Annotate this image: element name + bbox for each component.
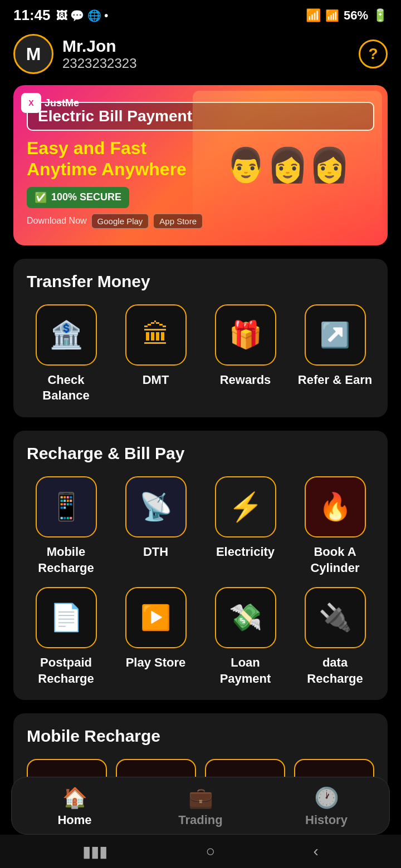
battery-text: 56% (344, 8, 368, 23)
electricity-icon-box: ⚡ (215, 476, 276, 537)
recharge-row1: 📱 Mobile Recharge 📡 DTH ⚡ Electricity 🔥 … (27, 476, 374, 576)
download-label: Download Now (27, 216, 87, 226)
mobile-recharge-section-title: Mobile Recharge (27, 727, 374, 746)
android-home-button[interactable]: ○ (206, 842, 215, 860)
user-info: M Mr.Jon 2323232323 (13, 34, 136, 74)
banner-logo: X JustMe (21, 93, 79, 113)
help-button[interactable]: ? (359, 40, 388, 68)
history-nav-label: History (305, 813, 348, 827)
electricity-item[interactable]: ⚡ Electricity (206, 476, 285, 576)
history-nav-icon: 🕐 (314, 786, 339, 810)
wifi-icon: 📶 (306, 8, 321, 23)
rewards-icon: 🎁 (229, 319, 262, 351)
android-back-button[interactable]: ‹ (314, 842, 319, 860)
header: M Mr.Jon 2323232323 ? (0, 28, 401, 85)
app-store-badge[interactable]: App Store (153, 214, 203, 229)
secure-text: 100% SECURE (51, 191, 121, 203)
user-phone: 2323232323 (62, 56, 136, 71)
dmt-icon-box: 🏛 (125, 304, 187, 366)
book-cylinder-icon: 🔥 (319, 491, 352, 522)
dth-icon-box: 📡 (125, 476, 187, 537)
check-icon: ✅ (35, 191, 47, 204)
dmt-icon: 🏛 (143, 319, 169, 350)
postpaid-recharge-item[interactable]: 📄 Postpaid Recharge (27, 587, 105, 687)
recharge-bill-title: Recharge & Bill Pay (27, 444, 374, 463)
battery-icon: 🔋 (373, 8, 388, 23)
book-cylinder-item[interactable]: 🔥 Book A Cylinder (296, 476, 374, 576)
loan-payment-icon: 💸 (229, 602, 262, 633)
secure-badge: ✅ 100% SECURE (27, 187, 129, 208)
transfer-money-section: Transfer Money 🏦 Check Balance 🏛 DMT 🎁 R… (13, 259, 388, 417)
avatar-letter: M (26, 44, 41, 65)
postpaid-recharge-label: Postpaid Recharge (27, 655, 105, 687)
rewards-label: Rewards (220, 372, 271, 388)
data-recharge-item[interactable]: 🔌 data Recharge (296, 587, 374, 687)
play-store-label: Play Store (126, 655, 186, 671)
data-recharge-icon: 🔌 (319, 602, 352, 633)
check-balance-icon-box: 🏦 (36, 304, 97, 366)
refer-earn-icon: ↗️ (320, 320, 350, 349)
bottom-navigation: 🏠 Home 💼 Trading 🕐 History (11, 777, 390, 835)
nav-trading[interactable]: 💼 Trading (138, 786, 263, 827)
data-recharge-label: data Recharge (296, 655, 374, 687)
user-details: Mr.Jon 2323232323 (62, 37, 136, 71)
status-time: 11:45 🖼 💬 🌐 • (13, 7, 108, 24)
refer-earn-item[interactable]: ↗️ Refer & Earn (296, 304, 374, 404)
rewards-icon-box: 🎁 (215, 304, 276, 366)
rewards-item[interactable]: 🎁 Rewards (206, 304, 285, 404)
recharge-row2: 📄 Postpaid Recharge ▶️ Play Store 💸 Loan… (27, 587, 374, 687)
signal-icon: 📶 (325, 9, 339, 22)
android-recents-button[interactable]: ▮▮▮ (82, 842, 107, 861)
loan-payment-label: Loan Payment (206, 655, 285, 687)
time-display: 11:45 (13, 7, 51, 24)
electricity-label: Electricity (216, 544, 275, 560)
check-balance-icon: 🏦 (50, 319, 83, 351)
notification-icons: 🖼 💬 🌐 • (56, 9, 109, 22)
status-right-icons: 📶 📶 56% 🔋 (306, 8, 388, 23)
dth-label: DTH (143, 544, 168, 560)
status-bar: 11:45 🖼 💬 🌐 • 📶 📶 56% 🔋 (0, 0, 401, 28)
banner-logo-text: JustMe (45, 97, 79, 109)
banner-download-section: Download Now Google Play App Store (27, 214, 374, 229)
avatar[interactable]: M (13, 34, 53, 74)
mobile-recharge-icon: 📱 (50, 491, 83, 522)
dmt-label: DMT (143, 372, 169, 388)
trading-nav-label: Trading (178, 813, 222, 827)
mobile-recharge-icon-box: 📱 (36, 476, 97, 537)
promo-banner: X JustMe 👨👩👩 Electric Bill Payment Easy … (13, 85, 388, 245)
android-navigation: ▮▮▮ ○ ‹ (0, 835, 401, 868)
recharge-bill-pay-section: Recharge & Bill Pay 📱 Mobile Recharge 📡 … (13, 431, 388, 700)
user-name: Mr.Jon (62, 37, 136, 56)
loan-payment-item[interactable]: 💸 Loan Payment (206, 587, 285, 687)
transfer-money-grid: 🏦 Check Balance 🏛 DMT 🎁 Rewards ↗️ Refer… (27, 304, 374, 404)
data-recharge-icon-box: 🔌 (305, 587, 366, 648)
home-nav-icon: 🏠 (62, 786, 87, 810)
dmt-item[interactable]: 🏛 DMT (116, 304, 195, 404)
loan-payment-icon-box: 💸 (215, 587, 276, 648)
postpaid-recharge-icon-box: 📄 (36, 587, 97, 648)
play-store-icon-box: ▶️ (125, 587, 187, 648)
play-store-item[interactable]: ▶️ Play Store (116, 587, 195, 687)
dth-icon: 📡 (139, 491, 173, 522)
nav-home[interactable]: 🏠 Home (12, 786, 138, 827)
check-balance-label: Check Balance (27, 372, 105, 404)
book-cylinder-icon-box: 🔥 (305, 476, 366, 537)
trading-nav-icon: 💼 (188, 786, 213, 810)
mobile-recharge-label: Mobile Recharge (27, 544, 105, 576)
postpaid-recharge-icon: 📄 (50, 602, 83, 633)
dth-item[interactable]: 📡 DTH (116, 476, 195, 576)
nav-history[interactable]: 🕐 History (263, 786, 389, 827)
help-icon-label: ? (368, 45, 378, 63)
banner-logo-icon: X (21, 93, 41, 113)
book-cylinder-label: Book A Cylinder (296, 544, 374, 576)
electricity-icon: ⚡ (228, 491, 263, 523)
home-nav-label: Home (57, 813, 91, 827)
check-balance-item[interactable]: 🏦 Check Balance (27, 304, 105, 404)
refer-earn-label: Refer & Earn (298, 372, 372, 388)
transfer-money-title: Transfer Money (27, 272, 374, 291)
refer-earn-icon-box: ↗️ (305, 304, 366, 366)
google-play-badge[interactable]: Google Play (91, 214, 149, 229)
mobile-recharge-item[interactable]: 📱 Mobile Recharge (27, 476, 105, 576)
play-store-icon: ▶️ (140, 603, 171, 632)
